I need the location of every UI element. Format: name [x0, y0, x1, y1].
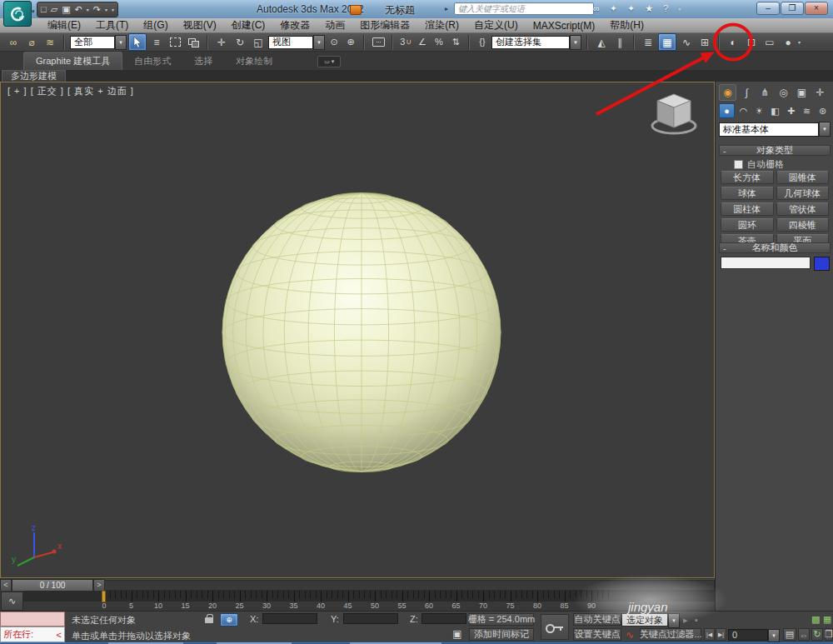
playback-extra-icon[interactable]: ▪: [695, 615, 698, 625]
button-torus[interactable]: 圆环: [721, 218, 774, 232]
spinner-snap-toggle[interactable]: ⇅: [448, 34, 463, 50]
maxscript-macro-recorder-field[interactable]: [0, 612, 65, 627]
category-helpers[interactable]: ✚: [784, 104, 798, 117]
tab-object-paint[interactable]: 对象绘制: [224, 52, 284, 70]
category-space-warps[interactable]: ≋: [800, 104, 814, 117]
tab-utilities[interactable]: ✛: [812, 85, 828, 100]
object-color-swatch[interactable]: [814, 257, 830, 271]
mini-curve-editor-button[interactable]: ∿: [1, 592, 23, 611]
button-pyramid[interactable]: 四棱锥: [776, 218, 830, 232]
infocenter-expand-icon[interactable]: ▸: [445, 5, 448, 12]
category-shapes[interactable]: ◠: [736, 104, 751, 117]
favorites-star-icon[interactable]: ★: [645, 3, 653, 14]
menu-animation[interactable]: 动画: [317, 18, 352, 32]
primitive-category-dropdown[interactable]: 标准基本体 ▾: [719, 122, 831, 137]
infocenter-search-input[interactable]: 键入关键字或短语: [454, 2, 594, 15]
menu-modifiers[interactable]: 修改器: [272, 18, 317, 32]
maximize-viewport-toggle[interactable]: ❒: [825, 628, 833, 641]
align-button[interactable]: ∥: [611, 34, 628, 50]
viewcube-cube[interactable]: [657, 94, 691, 127]
redo-icon[interactable]: ↷: [93, 5, 101, 14]
graphite-ribbon-toggle[interactable]: ▦: [658, 33, 676, 51]
tab-selection[interactable]: 选择: [182, 52, 224, 70]
category-systems[interactable]: ⊛: [816, 104, 830, 117]
window-crossing-toggle[interactable]: [185, 34, 202, 50]
y-coordinate-field[interactable]: [343, 613, 398, 624]
select-object-button[interactable]: [128, 33, 147, 51]
menu-tools[interactable]: 工具(T): [88, 18, 136, 32]
button-box[interactable]: 长方体: [721, 171, 774, 184]
tab-display[interactable]: ▣: [794, 85, 810, 100]
tab-freeform[interactable]: 自由形式: [122, 52, 182, 70]
panel-polygon-modeling[interactable]: 多边形建模: [2, 70, 66, 82]
key-filters-button[interactable]: 关键点过滤器...: [640, 628, 701, 641]
next-frame-button[interactable]: >: [93, 579, 105, 592]
button-cylinder[interactable]: 圆柱体: [721, 202, 774, 216]
category-geometry[interactable]: ●: [719, 103, 735, 118]
mirror-button[interactable]: ◭: [593, 34, 610, 50]
autogrid-checkbox[interactable]: [734, 160, 743, 169]
time-slider-track[interactable]: [105, 580, 715, 591]
selection-filter-dropdown[interactable]: 全部 ▾: [70, 35, 127, 50]
search-icon[interactable]: ∞: [593, 3, 600, 13]
undo-caret-icon[interactable]: ▾: [87, 7, 89, 12]
viewport-orthographic[interactable]: [ + ] [ 正交 ] [ 真实 + 边面 ]: [0, 82, 715, 578]
menu-rendering[interactable]: 渲染(R): [417, 18, 466, 32]
rollout-collapse-icon[interactable]: -: [723, 146, 726, 156]
undo-icon[interactable]: ↶: [75, 5, 82, 14]
tab-create[interactable]: ◉: [719, 84, 736, 101]
menu-create[interactable]: 创建(C): [224, 18, 273, 32]
rendered-frame-window-button[interactable]: ▭: [761, 34, 778, 50]
render-setup-button[interactable]: ⊡: [743, 34, 760, 50]
viewport-label[interactable]: [ + ] [ 正交 ] [ 真实 + 边面 ]: [7, 85, 134, 97]
render-production-button[interactable]: ●: [780, 34, 796, 50]
menu-customize[interactable]: 自定义(U): [466, 18, 526, 32]
current-frame-field[interactable]: 0: [728, 629, 768, 641]
tab-motion[interactable]: ◎: [776, 85, 791, 100]
object-name-input[interactable]: [721, 257, 811, 269]
key-filter-selection-dropdown[interactable]: 选定对象 ▾: [621, 613, 680, 628]
primitive-category-caret-icon[interactable]: ▾: [819, 122, 831, 137]
tab-graphite-modeling-tools[interactable]: Graphite 建模工具: [23, 52, 122, 70]
sphere-object[interactable]: [217, 188, 506, 477]
orbit-view-button[interactable]: ↻: [811, 628, 823, 641]
ribbon-minimize-button[interactable]: ▭▾: [317, 56, 341, 67]
tab-modify[interactable]: ∫: [739, 85, 755, 100]
frame-field-caret-icon[interactable]: ▾: [768, 629, 780, 642]
viewport-display-icon[interactable]: ▦: [823, 614, 831, 625]
curve-editor-button[interactable]: ∿: [678, 34, 695, 50]
communication-center-icon[interactable]: ✦: [627, 3, 635, 14]
layer-manager-button[interactable]: ≣: [640, 34, 656, 50]
schematic-view-button[interactable]: ⊞: [696, 34, 713, 50]
pan-view-button[interactable]: ⇔: [798, 628, 810, 641]
select-and-scale-button[interactable]: ◱: [250, 34, 267, 50]
playback-extra-icon[interactable]: ▸: [683, 615, 688, 626]
selection-lock-icon[interactable]: [205, 614, 213, 623]
go-to-end-button[interactable]: ▶|: [716, 628, 726, 641]
selection-filter-caret-icon[interactable]: ▾: [115, 35, 127, 50]
named-selection-sets-dropdown[interactable]: 创建选择集 ▾: [491, 35, 581, 50]
rollout-name-color[interactable]: - 名称和颜色: [719, 242, 831, 253]
rectangular-selection-region-button[interactable]: [167, 34, 183, 50]
open-file-icon[interactable]: ▱: [51, 5, 57, 14]
close-button[interactable]: ×: [805, 2, 828, 15]
time-slider-handle[interactable]: 0 / 100: [12, 579, 93, 592]
category-cameras[interactable]: ◧: [768, 104, 782, 117]
angle-snap-toggle[interactable]: ∠: [415, 34, 430, 50]
isolate-selection-icon[interactable]: ▣: [451, 627, 464, 641]
material-editor-button[interactable]: ◐: [725, 34, 741, 50]
bind-to-space-warp-icon[interactable]: ≋: [42, 34, 58, 50]
menu-views[interactable]: 视图(V): [176, 18, 224, 32]
maximize-button[interactable]: ❐: [781, 2, 804, 15]
use-pivot-point-button[interactable]: ⊙: [327, 34, 342, 50]
select-and-link-icon[interactable]: ∞: [5, 34, 22, 50]
menu-maxscript[interactable]: MAXScript(M): [526, 20, 603, 32]
select-and-rotate-button[interactable]: ↻: [232, 34, 248, 50]
help-icon[interactable]: ?: [663, 3, 668, 13]
select-and-move-button[interactable]: ✛: [213, 34, 230, 50]
unlink-selection-icon[interactable]: ⌀: [23, 34, 40, 50]
percent-snap-toggle[interactable]: %: [431, 34, 446, 50]
add-time-tag-button[interactable]: 添加时间标记: [469, 628, 534, 641]
category-lights[interactable]: ☀: [752, 104, 766, 117]
absolute-mode-toggle[interactable]: ⊕: [220, 613, 238, 627]
